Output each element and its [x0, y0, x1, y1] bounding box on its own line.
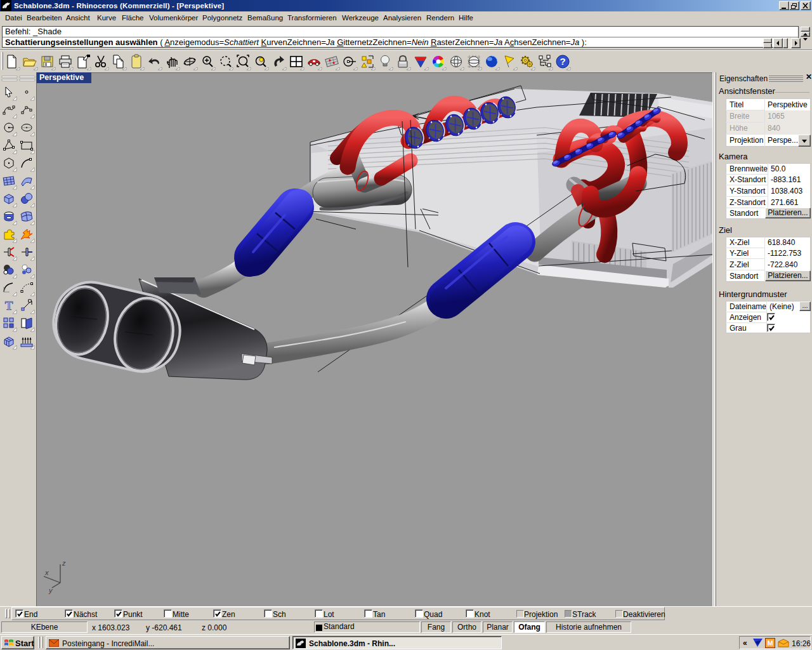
svg-text:?: ? — [560, 56, 565, 67]
svg-text:x: x — [44, 569, 49, 576]
svg-text:z: z — [62, 559, 66, 567]
svg-text:T: T — [5, 299, 13, 312]
